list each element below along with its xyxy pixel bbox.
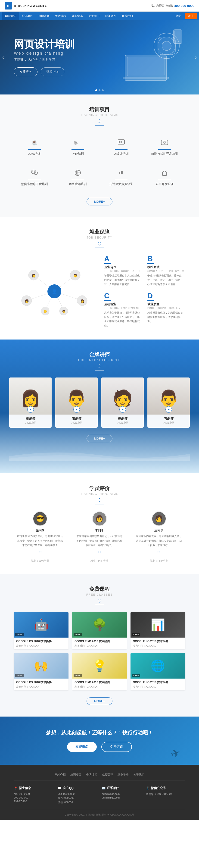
security-letter-d: D bbox=[147, 292, 185, 300]
security-item-b: B 模拟面试 SIMULATION OF INTERVIEW 专业HR现场模拟面… bbox=[147, 255, 185, 286]
reviews-section: 学员评价 TRAINING PROGRAMS ⬡ 😎 张同学 在这里学习了很多知… bbox=[0, 473, 199, 575]
dot-2[interactable] bbox=[99, 89, 100, 91]
courses-row-1: 🤖 FREE GOOGLE I/O 2016 技术摘要 发布时间：XXXXXX … bbox=[14, 612, 185, 649]
security-content: 👤 👩 👨 🧑 👩 😊 👦 A 企业合作 bbox=[14, 255, 185, 328]
footer-link-instructors[interactable]: 金牌讲师 bbox=[86, 773, 97, 777]
course-card-3[interactable]: 📊 FREE GOOGLE I/O 2016 技术摘要 发布时间：XXXXXX bbox=[131, 612, 185, 649]
reviews-subtitle: TRAINING PROGRAMS bbox=[14, 492, 185, 496]
nav-item-news[interactable]: 新闻动态 bbox=[102, 11, 119, 20]
program-wechat[interactable]: 微信小程序开发培训 bbox=[14, 163, 55, 191]
course-desc-5: 发布时间：XXXXXX bbox=[74, 685, 125, 688]
dot-1[interactable] bbox=[95, 89, 97, 91]
instructor-photo-2: 👨 ▶ bbox=[55, 377, 98, 414]
nav-item-training[interactable]: 培训项目 bbox=[19, 11, 36, 20]
dot-3[interactable] bbox=[102, 89, 104, 91]
svg-rect-24 bbox=[121, 171, 122, 174]
phone-label: 免费咨询热线 bbox=[156, 4, 173, 8]
course-card-6[interactable]: 🌐 FREE GOOGLE I/O 2016 技术摘要 发布时间：XXXXXX bbox=[131, 653, 185, 690]
reviewer-name-2: 李同学 bbox=[76, 528, 124, 533]
footer-link-free[interactable]: 免费课程 bbox=[102, 773, 113, 777]
footer-qq-1: QQ: 00000000 bbox=[58, 793, 97, 795]
review-text-2: 非常感谢培训学校的老师们，让我在短时间内学到了很多有价值的技能，现在已经顺利就业… bbox=[76, 534, 124, 548]
instructor-photo-3: 🧑 ▶ bbox=[101, 377, 144, 414]
course-card-5[interactable]: 💡 FREE GOOGLE I/O 2016 技术摘要 发布时间：XXXXXX bbox=[72, 653, 127, 690]
nav-login-btn[interactable]: 登录 bbox=[173, 11, 184, 20]
instructor-card-3: 🧑 ▶ 杨老师 Java讲师 bbox=[101, 377, 144, 428]
security-item-c: C 全程就业 THE MEDIAL EMPLOYMENT 从学员入学开始，根据学… bbox=[104, 292, 142, 328]
nav-item-instructors[interactable]: 金牌讲师 bbox=[36, 11, 52, 20]
instructor-name-2: 张老师 bbox=[55, 417, 98, 421]
footer-email-1: admin@qq.com bbox=[102, 793, 141, 795]
review-2: 👩 李同学 非常感谢培训学校的老师们，让我在短时间内学到了很多有价值的技能，现在… bbox=[73, 512, 126, 563]
phone-number: 400-000-0000 bbox=[174, 4, 194, 8]
footer-phone-3: 292-27-100 bbox=[14, 800, 53, 803]
footer-link-about[interactable]: 关于我们 bbox=[133, 773, 144, 777]
reviews-grid: 😎 张同学 在这里学习了很多知识，老师讲课非常认真负责，学到了很多有用的东西，希… bbox=[14, 512, 185, 563]
footer-link-home[interactable]: 网站介绍 bbox=[55, 773, 66, 777]
nav-register-btn[interactable]: 注册 bbox=[185, 13, 197, 19]
reviewer-role-3: 就业：PHP学员 bbox=[135, 559, 183, 562]
security-desc-b: 专业HR现场模拟面试，逐一点评：仪容、仪态、谈吐、简历、心理等综合素质全面培养。 bbox=[147, 274, 185, 286]
program-php[interactable]: 🐘 PHP培训 bbox=[57, 132, 99, 160]
course-card-4[interactable]: 🙌 FREE GOOGLE I/O 2016 技术摘要 发布时间：XXXXXX bbox=[14, 653, 68, 690]
enroll-button[interactable]: 立即报名 bbox=[14, 67, 37, 76]
footer-col-3-title: ✉️ 联系邮件 bbox=[102, 786, 141, 790]
program-frontend[interactable]: 前端与移动开发培训 bbox=[144, 132, 185, 160]
security-title-d: 就业质量 bbox=[147, 302, 185, 306]
instructors-more-btn[interactable]: MORE+ bbox=[87, 435, 113, 442]
hero-arrow-right[interactable]: › bbox=[195, 55, 197, 60]
nav-item-contact[interactable]: 联系我们 bbox=[119, 11, 136, 20]
security-subtitle-a: THE MEDIAL COOPERATION bbox=[104, 270, 142, 272]
svg-text:👤: 👤 bbox=[52, 289, 57, 294]
free-courses-divider bbox=[95, 605, 104, 605]
footer-copyright: Copyright © 2021 某某培训 版权所有 粤ICP备XXXXXXXX… bbox=[14, 810, 185, 820]
footer-col-4: 📱 微信公众号 微信号: XXXXXXXXXX bbox=[146, 786, 185, 804]
consult-button[interactable]: 课程咨询 bbox=[41, 67, 64, 76]
security-item-a: A 企业合作 THE MEDIAL COOPERATION 学员毕业后可通过各大… bbox=[104, 255, 142, 286]
logo: IT IT TRAINING WEBSITE bbox=[5, 2, 46, 9]
footer-link-employment[interactable]: 就业学员 bbox=[118, 773, 129, 777]
security-desc-d: 就业质量有保障，为您提供良好的就业指导服务，助您顺利就业。 bbox=[147, 311, 185, 323]
security-network: 👤 👩 👨 🧑 👩 😊 👦 bbox=[14, 264, 95, 319]
program-java[interactable]: ☕ Java培训 bbox=[14, 132, 55, 160]
course-title-2: GOOGLE I/O 2016 技术摘要 bbox=[74, 640, 125, 643]
program-marketing[interactable]: 网络营销培训 bbox=[57, 163, 99, 191]
review-text-3: 培训课程内容充实，老师讲解细致入微，从零基础开始到现在能独立完成项目，成长很多，… bbox=[135, 534, 183, 548]
program-android[interactable]: 安卓开发培训 bbox=[144, 163, 185, 191]
training-section: 培训项目 TRAINING PROGRAMS ⬡ ☕ Java培训 🐘 PHP培… bbox=[0, 94, 199, 217]
nav-item-employment[interactable]: 就业学员 bbox=[69, 11, 86, 20]
course-thumb-1: 🤖 FREE bbox=[14, 612, 68, 638]
program-ui[interactable]: UI UI设计培训 bbox=[101, 132, 142, 160]
course-card-1[interactable]: 🤖 FREE GOOGLE I/O 2016 技术摘要 发布时间：XXXXXX bbox=[14, 612, 68, 649]
svg-rect-26 bbox=[162, 172, 167, 176]
phone-footer-icon: 📍 bbox=[14, 786, 18, 790]
nav-item-free[interactable]: 免费课程 bbox=[52, 11, 69, 20]
cta-consult-btn[interactable]: 免费咨询 bbox=[101, 742, 132, 752]
security-title-a: 企业合作 bbox=[104, 265, 142, 269]
svg-point-31 bbox=[163, 171, 164, 172]
program-wechat-label: 微信小程序开发培训 bbox=[21, 182, 48, 186]
cta-enroll-btn[interactable]: 立即报名 bbox=[67, 742, 97, 752]
svg-point-18 bbox=[34, 171, 34, 172]
course-title-5: GOOGLE I/O 2016 技术摘要 bbox=[74, 680, 125, 684]
course-card-2[interactable]: 🌳 FREE GOOGLE I/O 2016 技术摘要 发布时间：XXXXXX bbox=[72, 612, 127, 649]
svg-rect-13 bbox=[161, 140, 168, 145]
security-title-c: 全程就业 bbox=[104, 302, 142, 306]
free-courses-more-btn[interactable]: MORE+ bbox=[87, 697, 113, 705]
reviewer-avatar-1: 😎 bbox=[33, 512, 47, 526]
security-subtitle-c: THE MEDIAL EMPLOYMENT bbox=[104, 307, 142, 309]
footer-link-training[interactable]: 培训项目 bbox=[70, 773, 81, 777]
header-phone: 📞 免费咨询热线 400-000-0000 bbox=[151, 4, 194, 8]
svg-line-27 bbox=[163, 170, 163, 171]
hero-tags: 零基础 / 入门快 / 即时学习 bbox=[14, 58, 75, 62]
nav-item-home[interactable]: 网站介绍 bbox=[2, 11, 19, 20]
course-thumb-4: 🙌 FREE bbox=[14, 653, 68, 679]
security-divider bbox=[95, 248, 104, 248]
nav-item-about[interactable]: 关于我们 bbox=[86, 11, 102, 20]
training-more-btn[interactable]: MORE+ bbox=[87, 198, 113, 206]
cta-banner: ✈ 梦想，从此刻起航！还等什么？！快行行动吧！ 立即报名 免费咨询 bbox=[0, 717, 199, 765]
hero-arrow-left[interactable]: ‹ bbox=[2, 55, 4, 60]
instructor-card-4: 👨 ▶ 石老师 Java讲师 bbox=[147, 377, 190, 428]
course-badge-4: FREE bbox=[15, 674, 24, 677]
program-cloud[interactable]: 云计算大数据培训 bbox=[101, 163, 142, 191]
